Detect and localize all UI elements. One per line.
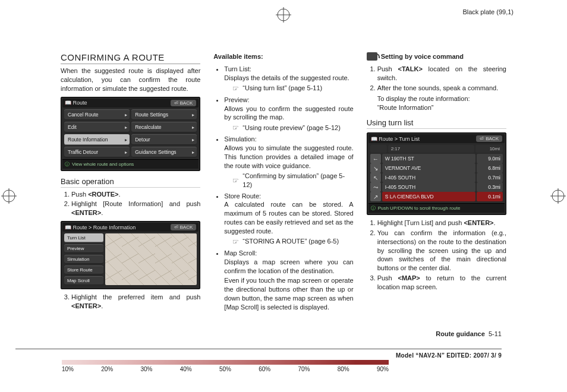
turn-distance: 0.3mi — [477, 182, 503, 192]
available-items-heading: Available items: — [213, 52, 353, 61]
turn-list-body: 2:17 10mi ←W 190TH ST9.0mi↘VERMONT AVE6.… — [368, 143, 505, 203]
turn-distance: 9.0mi — [477, 154, 503, 163]
chevron-right-icon: ▸ — [125, 137, 127, 142]
density-ruler: 10%20%30%40%50%60%70%80%90% — [62, 360, 389, 371]
screenshot-footer: ⓘView whole route and options — [62, 159, 199, 169]
ruler-label: 50% — [219, 366, 231, 372]
voice-command-heading: Setting by voice command — [367, 52, 506, 61]
back-button[interactable]: ⏎BACK — [171, 100, 197, 106]
ruler-label: 10% — [62, 366, 74, 372]
turn-distance: 0.7mi — [477, 173, 503, 182]
voice-note: To display the route information: — [377, 94, 506, 103]
available-item: Simulation:Allows you to simulate the su… — [224, 135, 353, 189]
chevron-right-icon: ▸ — [192, 112, 194, 117]
cross-reference: ☞“Using turn list” (page 5-11) — [232, 84, 353, 93]
screenshot-titlebar: 📖 Route > Turn List ⏎BACK — [368, 134, 505, 143]
turn-street-label: I-405 SOUTH — [382, 182, 475, 192]
menu-button[interactable]: Turn List — [64, 233, 103, 242]
item-name: Map Scroll: — [224, 249, 353, 258]
turn-list-row[interactable]: ↗S LA CIENEGA BLVD0.1mi — [370, 192, 503, 201]
item-desc: Allows you to confirm the suggested rout… — [224, 105, 353, 122]
chevron-right-icon: ▸ — [125, 124, 127, 129]
column-1: CONFIRMING A ROUTE When the suggested ro… — [61, 52, 200, 314]
ruler-label: 70% — [298, 366, 310, 372]
turn-street-label: I-405 SOUTH — [382, 173, 475, 182]
chevron-right-icon: ▸ — [192, 137, 194, 142]
available-item: Preview:Allows you to confirm the sugges… — [224, 96, 353, 133]
menu-button[interactable]: Detour▸ — [131, 134, 197, 145]
route-menu-grid: Cancel Route▸Route Settings▸Edit▸Recalcu… — [62, 108, 199, 159]
menu-button[interactable]: Guidance Settings▸ — [131, 147, 197, 157]
menu-button[interactable]: Recalculate▸ — [131, 122, 197, 132]
cross-reference: ☞“Confirming by simulation” (page 5-12) — [232, 172, 353, 189]
page-columns: CONFIRMING A ROUTE When the suggested ro… — [61, 52, 506, 314]
ruler-label: 40% — [180, 366, 192, 372]
menu-button[interactable]: Preview — [64, 244, 103, 253]
chevron-right-icon: ▸ — [192, 149, 194, 154]
turn-distance: 6.8mi — [477, 163, 503, 173]
item-desc: Displays a map screen where you can conf… — [224, 258, 353, 276]
info-icon: ⓘ — [371, 205, 376, 211]
screenshot-title: 📖 Route — [65, 100, 87, 106]
menu-button[interactable]: Map Scroll — [64, 276, 103, 285]
pointer-icon: ☞ — [232, 84, 239, 93]
screenshot-turn-list: 📖 Route > Turn List ⏎BACK 2:17 10mi ←W 1… — [367, 132, 506, 215]
turn-list-row[interactable]: ←W 190TH ST9.0mi — [370, 154, 503, 163]
basic-operation-steps-a: Push <ROUTE>. Highlight [Route Informati… — [61, 190, 200, 218]
turn-list-row[interactable]: ⤳I-405 SOUTH0.3mi — [370, 182, 503, 192]
item-name: Store Route: — [224, 192, 353, 201]
menu-button[interactable]: Edit▸ — [64, 122, 130, 132]
page-sheet: Black plate (99,1) CONFIRMING A ROUTE Wh… — [0, 0, 567, 392]
menu-button[interactable]: Cancel Route▸ — [64, 109, 130, 120]
basic-operation-heading: Basic operation — [61, 177, 200, 188]
reference-text: “STORING A ROUTE” (page 6-5) — [242, 237, 339, 246]
turn-street-label: VERMONT AVE — [382, 163, 475, 173]
list-item: You can confirm the information (e.g., i… — [377, 229, 506, 273]
column-3: Setting by voice command Push <TALK> loc… — [367, 52, 506, 314]
chevron-right-icon: ▸ — [192, 124, 194, 129]
turn-list-row[interactable]: ↖I-405 SOUTH0.7mi — [370, 173, 503, 182]
screenshot-title: 📖 Route > Turn List — [371, 136, 420, 142]
page-footer: Route guidance 5-11 — [436, 330, 502, 337]
turn-list-header: 2:17 10mi — [370, 145, 503, 153]
pointer-icon: ☞ — [232, 176, 239, 185]
screenshot-route-menu: 📖 Route ⏎BACK Cancel Route▸Route Setting… — [61, 97, 200, 171]
list-item: Highlight [Turn List] and push <ENTER>. — [377, 219, 506, 227]
available-items-list: Turn List:Displays the details of the su… — [213, 65, 353, 312]
screenshot-title: 📖 Route > Route Information — [65, 225, 136, 230]
reference-text: “Confirming by simulation” (page 5-12) — [242, 172, 353, 189]
chevron-right-icon: ▸ — [125, 149, 127, 154]
list-item: Highlight the preferred item and push <E… — [71, 293, 200, 311]
list-item: Highlight [Route Information] and push <… — [71, 200, 200, 217]
available-item: Map Scroll:Displays a map screen where y… — [224, 249, 353, 312]
edit-line: Model “NAV2-N” EDITED: 2007/ 3/ 9 — [396, 352, 502, 359]
item-name: Turn List: — [224, 65, 353, 74]
menu-button[interactable]: Simulation — [64, 255, 103, 264]
route-info-sidelist: Turn ListPreviewSimulationStore RouteMap… — [64, 233, 103, 285]
available-item: Turn List:Displays the details of the su… — [224, 65, 353, 93]
reference-text: “Using turn list” (page 5-11) — [242, 84, 322, 93]
menu-button[interactable]: Route Settings▸ — [131, 109, 197, 120]
turn-list-row[interactable]: ↘VERMONT AVE6.8mi — [370, 163, 503, 173]
ruler-label: 80% — [338, 366, 349, 372]
back-button[interactable]: ⏎BACK — [171, 224, 197, 230]
turn-distance: 0.1mi — [477, 192, 503, 201]
voice-note-value: “Route Information” — [377, 103, 506, 112]
screenshot-route-info: 📖 Route > Route Information ⏎BACK Turn L… — [61, 221, 200, 289]
voice-command-steps: Push <TALK> located on the steering swit… — [367, 65, 506, 112]
menu-button[interactable]: Traffic Detour▸ — [64, 147, 130, 157]
ruler-label: 90% — [377, 366, 389, 372]
item-desc: Allows you to simulate the suggested rou… — [224, 144, 353, 170]
basic-operation-steps-b: Highlight the preferred item and push <E… — [61, 293, 200, 311]
turn-list-heading: Using turn list — [367, 118, 506, 129]
list-item: After the tone sounds, speak a command. … — [377, 84, 506, 113]
turn-direction-icon: ↖ — [370, 173, 381, 182]
section-title: CONFIRMING A ROUTE — [61, 52, 200, 64]
menu-button[interactable]: Store Route — [64, 265, 103, 274]
ruler-label: 20% — [101, 366, 113, 372]
back-button[interactable]: ⏎BACK — [476, 135, 502, 142]
turn-street-label: W 190TH ST — [382, 154, 475, 163]
menu-button[interactable]: Route Information▸ — [64, 134, 130, 145]
turn-list-head-icon — [370, 145, 387, 153]
column-2: Available items: Turn List:Displays the … — [213, 52, 353, 314]
